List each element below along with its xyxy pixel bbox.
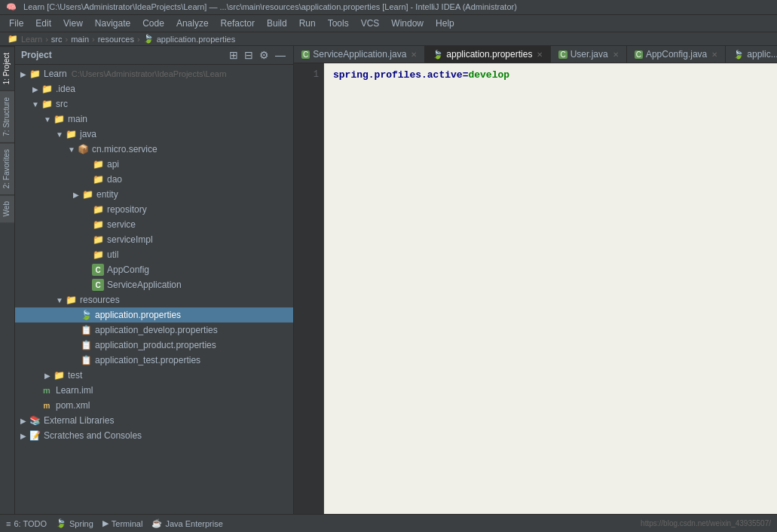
tree-item-dao[interactable]: 📁 dao <box>15 172 293 187</box>
tree-label: AppConfig <box>107 264 149 275</box>
java-icon: C <box>92 264 104 276</box>
menu-item-analyze[interactable]: Analyze <box>170 17 215 30</box>
tree-label: application_product.properties <box>95 340 216 350</box>
menu-item-edit[interactable]: Edit <box>29 17 57 30</box>
tree-item-util[interactable]: 📁 util <box>15 247 293 262</box>
file-tree[interactable]: ▶ 📁 Learn C:\Users\Administrator\IdeaPro… <box>15 65 293 514</box>
editor-code[interactable]: spring.profiles.active=develop <box>324 63 777 514</box>
status-bar: ≡ 6: TODO 🍃 Spring ▶ Terminal ☕ Java Ent… <box>0 514 777 532</box>
libs-icon: 📚 <box>29 414 41 427</box>
breadcrumb-src[interactable]: src <box>51 35 63 44</box>
tree-arrow: ▶ <box>18 417 29 425</box>
tree-item-pom[interactable]: m pom.xml <box>15 398 293 413</box>
tree-item-main[interactable]: ▼ 📁 main <box>15 112 293 127</box>
tree-label: dao <box>107 174 122 185</box>
menu-item-view[interactable]: View <box>57 17 89 30</box>
sidebar-tab-project[interactable]: 1: Project <box>0 46 14 90</box>
menu-item-run[interactable]: Run <box>293 17 322 30</box>
tree-label: ServiceApplication <box>107 280 182 290</box>
tree-label: test <box>68 370 82 381</box>
tree-item-external-libs[interactable]: ▶ 📚 External Libraries <box>15 413 293 428</box>
terminal-label: Terminal <box>112 519 143 528</box>
menu-item-code[interactable]: Code <box>136 17 170 30</box>
panel-icon-expand[interactable]: ⊟ <box>243 49 255 61</box>
tree-item-src[interactable]: ▼ 📁 src <box>15 96 293 112</box>
status-java-enterprise[interactable]: ☕ Java Enterprise <box>151 518 222 528</box>
menu-item-vcs[interactable]: VCS <box>355 17 386 30</box>
tab-appconfig[interactable]: C AppConfig.java ✕ <box>627 46 727 63</box>
tree-item-scratches[interactable]: ▶ 📝 Scratches and Consoles <box>15 428 293 443</box>
tab-close-btn[interactable]: ✕ <box>537 50 543 59</box>
tree-label: cn.micro.service <box>92 144 158 154</box>
menu-item-navigate[interactable]: Navigate <box>89 17 136 30</box>
properties-icon: 📋 <box>80 324 92 336</box>
folder-icon: 📁 <box>92 158 104 170</box>
todo-icon: ≡ <box>6 519 11 528</box>
panel-icon-settings[interactable]: ⚙ <box>258 49 271 61</box>
tab-close-btn[interactable]: ✕ <box>711 50 717 59</box>
project-panel: Project ⊞ ⊟ ⚙ — ▶ 📁 Learn C:\Users\Admin… <box>15 46 294 514</box>
tree-item-resources[interactable]: ▼ 📁 resources <box>15 292 293 307</box>
folder-icon: 📁 <box>65 128 77 140</box>
package-icon: 📦 <box>77 143 89 155</box>
tab-serviceapp[interactable]: C ServiceApplication.java ✕ <box>294 46 425 63</box>
tree-label: pom.xml <box>56 400 90 411</box>
tab-applic[interactable]: 🍃 applic... <box>726 46 777 63</box>
left-sidebar-tabs: 1: Project 7: Structure 2: Favorites Web <box>0 46 15 514</box>
tree-item-serviceapp[interactable]: C ServiceApplication <box>15 277 293 292</box>
tab-user[interactable]: C User.java ✕ <box>551 46 626 63</box>
tree-item-package[interactable]: ▼ 📦 cn.micro.service <box>15 142 293 157</box>
spring-icon: 🍃 <box>56 518 66 528</box>
tree-item-entity[interactable]: ▶ 📁 entity <box>15 187 293 202</box>
menu-item-refactor[interactable]: Refactor <box>215 17 261 30</box>
tab-close-btn[interactable]: ✕ <box>411 50 417 59</box>
tab-close-btn[interactable]: ✕ <box>613 50 619 59</box>
breadcrumb-resources[interactable]: resources <box>98 35 134 44</box>
folder-icon: 📁 <box>41 98 53 110</box>
menu-item-build[interactable]: Build <box>261 17 293 30</box>
tree-label: util <box>107 249 118 260</box>
sidebar-tab-structure[interactable]: 7: Structure <box>0 90 14 142</box>
menu-item-tools[interactable]: Tools <box>322 17 355 30</box>
tree-item-app-test[interactable]: 📋 application_test.properties <box>15 353 293 368</box>
status-left: ≡ 6: TODO 🍃 Spring ▶ Terminal ☕ Java Ent… <box>6 518 223 528</box>
tree-item-service[interactable]: 📁 service <box>15 217 293 232</box>
panel-title: Project <box>21 50 52 60</box>
tree-item-app-product[interactable]: 📋 application_product.properties <box>15 338 293 353</box>
tree-label: resources <box>80 295 120 305</box>
tree-item-learn-root[interactable]: ▶ 📁 Learn C:\Users\Administrator\IdeaPro… <box>15 66 293 81</box>
tree-item-serviceimpl[interactable]: 📁 serviceImpl <box>15 232 293 247</box>
tree-item-repository[interactable]: 📁 repository <box>15 202 293 217</box>
tree-item-idea[interactable]: ▶ 📁 .idea <box>15 81 293 96</box>
panel-icon-locate[interactable]: ⊞ <box>228 49 240 61</box>
panel-icon-minimize[interactable]: — <box>274 49 287 61</box>
breadcrumb-main[interactable]: main <box>71 35 89 44</box>
sidebar-tab-favorites[interactable]: 2: Favorites <box>0 142 14 194</box>
tree-item-app-develop[interactable]: 📋 application_develop.properties <box>15 323 293 338</box>
tree-label: main <box>68 114 87 124</box>
tree-item-java[interactable]: ▼ 📁 java <box>15 127 293 142</box>
tree-item-test[interactable]: ▶ 📁 test <box>15 368 293 383</box>
sidebar-tab-web[interactable]: Web <box>0 194 14 222</box>
status-spring[interactable]: 🍃 Spring <box>56 518 93 528</box>
tree-item-api[interactable]: 📁 api <box>15 157 293 172</box>
status-terminal[interactable]: ▶ Terminal <box>102 518 143 528</box>
tree-item-learn-iml[interactable]: m Learn.iml <box>15 383 293 398</box>
tree-label: repository <box>107 204 147 215</box>
breadcrumb-file: 🍃 <box>143 34 154 44</box>
breadcrumb-learn[interactable]: 📁 <box>8 34 18 44</box>
tree-arrow: ▶ <box>18 432 29 440</box>
tree-item-app-properties[interactable]: 🍃 application.properties <box>15 307 293 323</box>
properties-icon: 📋 <box>80 339 92 351</box>
menu-item-file[interactable]: File <box>3 17 29 30</box>
folder-icon: 📁 <box>92 173 104 185</box>
app-icon: 🧠 <box>6 2 17 11</box>
tree-item-appconfig[interactable]: C AppConfig <box>15 262 293 277</box>
tree-label: External Libraries <box>44 415 114 426</box>
status-todo[interactable]: ≡ 6: TODO <box>6 519 47 528</box>
menu-item-help[interactable]: Help <box>430 17 460 30</box>
tab-appprop[interactable]: 🍃 application.properties ✕ <box>425 46 551 63</box>
menu-item-window[interactable]: Window <box>385 17 430 30</box>
line-numbers: 1 <box>294 63 324 514</box>
editor-content: 1 spring.profiles.active=develop <box>294 63 777 514</box>
